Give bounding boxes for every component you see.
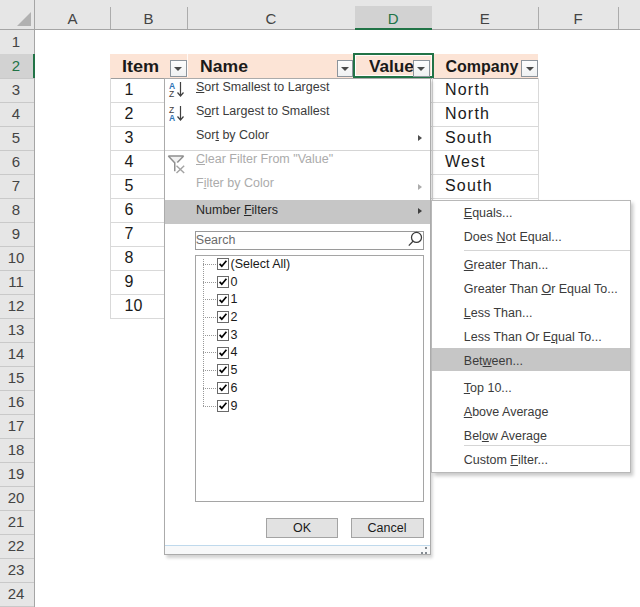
- svg-text:Z: Z: [169, 89, 174, 98]
- svg-text:A: A: [169, 113, 175, 122]
